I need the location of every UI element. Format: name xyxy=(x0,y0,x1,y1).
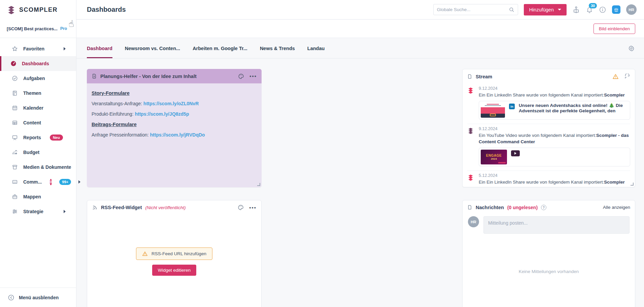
sidebar-item-reports[interactable]: Reports Neu xyxy=(0,130,76,145)
stream-item[interactable]: 9.12.2024 Ein Ein LinkedIn Share wurde v… xyxy=(467,84,630,124)
document-icon xyxy=(467,204,472,210)
sidebar-item-medien-dokumente[interactable]: Medien & Dokumente xyxy=(0,160,76,175)
message-compose-row: HR xyxy=(463,214,635,234)
tab-arbeiten-google[interactable]: Arbeiten m. Google Tr... xyxy=(193,38,247,58)
palette-icon[interactable] xyxy=(238,73,244,79)
show-all-link[interactable]: Alle anzeigen xyxy=(603,205,630,210)
search-input[interactable] xyxy=(437,7,509,12)
tab-newsroom[interactable]: Newsroom vs. Conten... xyxy=(125,38,180,58)
embed-thumbnail xyxy=(481,103,505,118)
stream-warning-icon[interactable] xyxy=(612,73,619,80)
edit-widget-button[interactable]: Widget editieren xyxy=(152,265,197,276)
widget-stream: Stream 9.12.2024 Ein Ein LinkedIn Share … xyxy=(462,69,635,187)
widget-resize-handle[interactable] xyxy=(257,183,260,186)
scompler-mark-icon xyxy=(467,174,474,181)
messages-empty-state: Keine Mitteilungen vorhanden xyxy=(463,269,635,274)
star-icon xyxy=(12,46,18,52)
check-circle-icon xyxy=(12,75,18,81)
planner-widget-header[interactable]: Planungs-Helfer - Von der Idee zum Inhal… xyxy=(87,69,262,83)
planner-section-heading: Story-Formulare xyxy=(92,90,257,96)
sidebar-item-favoriten[interactable]: Favoriten xyxy=(0,41,76,56)
planner-link-line: Anfrage Presseinformation: https://scom.… xyxy=(92,132,257,138)
palette-icon[interactable] xyxy=(238,204,244,210)
sidebar: SCOMPLER [SCOM] Best practices... Pro ☝ … xyxy=(0,0,76,307)
message-input[interactable] xyxy=(483,216,630,234)
tab-dashboard[interactable]: Dashboard xyxy=(87,38,112,58)
collapse-menu-button[interactable]: Menü ausblenden xyxy=(0,287,76,307)
chevron-right-icon xyxy=(78,180,80,184)
dashboard-tabs: Dashboard Newsroom vs. Conten... Arbeite… xyxy=(76,38,644,59)
search-icon[interactable] xyxy=(509,7,514,12)
refresh-icon[interactable] xyxy=(624,74,630,80)
stream-widget-header[interactable]: Stream xyxy=(463,69,635,84)
dashboard-toolbar: Bild einblenden xyxy=(76,20,644,38)
info-icon[interactable] xyxy=(599,6,606,13)
stream-item-channel: Scompler xyxy=(604,92,625,98)
rss-add-url-warning[interactable]: RSS-Feed URL hinzufügen xyxy=(136,247,212,260)
planner-link[interactable]: https://scom.ly/jRVDqDo xyxy=(150,132,205,138)
help-icon[interactable]: ? xyxy=(541,205,546,210)
messages-unread-count: (0 ungelesen) xyxy=(507,205,538,210)
user-avatar[interactable]: HR xyxy=(626,4,637,15)
sliders-icon xyxy=(12,208,18,215)
messages-widget-title: Nachrichten xyxy=(476,205,504,210)
user-avatar: HR xyxy=(468,216,479,227)
app-logo[interactable]: SCOMPLER xyxy=(0,0,76,20)
widget-messages: Nachrichten (0 ungelesen) ? Alle anzeige… xyxy=(462,200,635,307)
sidebar-item-aufgaben[interactable]: Aufgaben xyxy=(0,71,76,86)
stream-item-date: 9.12.2024 xyxy=(479,126,630,131)
sidebar-item-themen[interactable]: Themen xyxy=(0,86,76,101)
sidebar-item-budget[interactable]: Budget xyxy=(0,145,76,160)
community-unread-badge: 0 xyxy=(50,179,52,185)
table-icon xyxy=(12,120,18,126)
widget-menu-icon[interactable]: ••• xyxy=(249,74,257,79)
tab-landau[interactable]: Landau xyxy=(307,38,325,58)
rss-status: (Nicht veröffentlicht) xyxy=(145,205,186,210)
document-icon xyxy=(467,74,472,79)
document-icon xyxy=(92,73,97,79)
sidebar-item-mappen[interactable]: Mappen xyxy=(0,189,76,204)
sidebar-item-kalender[interactable]: Kalender xyxy=(0,101,76,115)
widget-menu-icon[interactable]: ••• xyxy=(249,205,257,210)
planner-link[interactable]: https://scom.ly/JQ8zd5p xyxy=(135,111,189,117)
sidebar-item-dashboards[interactable]: Dashboards xyxy=(0,56,76,71)
neu-badge: Neu xyxy=(50,135,63,141)
rss-widget-header[interactable]: RSS-Feed-Widget (Nicht veröffentlicht) •… xyxy=(87,200,261,215)
add-button[interactable]: Hinzufügen xyxy=(524,4,567,15)
sidebar-item-strategie[interactable]: Strategie xyxy=(0,204,76,219)
intercom-chat-icon[interactable] xyxy=(612,5,620,14)
show-image-button[interactable]: Bild einblenden xyxy=(594,24,635,34)
linkedin-icon: in xyxy=(509,104,515,109)
embed-text: Unsere neuen Adventshacks sind online! 🎄… xyxy=(519,103,628,115)
planner-link[interactable]: https://scom.ly/oZL0NvR xyxy=(143,101,199,106)
tab-news-trends[interactable]: News & Trends xyxy=(260,38,295,58)
sidebar-item-content[interactable]: Content xyxy=(0,115,76,130)
widget-resize-handle[interactable] xyxy=(631,183,634,186)
academy-icon[interactable] xyxy=(572,6,580,13)
briefcase-icon xyxy=(12,194,18,200)
stream-embed-linkedin[interactable]: in Unsere neuen Adventshacks sind online… xyxy=(479,101,630,120)
presentation-icon xyxy=(12,135,18,141)
widget-planner: Planungs-Helfer - Von der Idee zum Inhal… xyxy=(87,69,262,187)
gauge-icon xyxy=(10,61,16,67)
workspace-selector[interactable]: [SCOM] Best practices... Pro xyxy=(0,20,76,38)
scompler-mark-icon xyxy=(467,87,474,94)
sidebar-item-community[interactable]: Comm... 0 99+ xyxy=(0,175,76,189)
stream-item-date: 9.12.2024 xyxy=(479,86,630,91)
workspace-name: [SCOM] Best practices... xyxy=(7,26,58,31)
notifications-bell-icon[interactable]: 30 xyxy=(586,6,593,13)
community-count-badge: 99+ xyxy=(59,179,71,185)
people-icon xyxy=(12,179,18,185)
rss-icon xyxy=(92,205,98,210)
stream-item[interactable]: 5.12.2024 Ein Ein LinkedIn Share wurde v… xyxy=(467,170,630,187)
sidebar-nav: Favoriten Dashboards Aufgaben Themen xyxy=(0,41,76,219)
dashboard-settings-gear-icon[interactable] xyxy=(628,45,635,51)
planner-section-heading: Beitrags-Formulare xyxy=(92,122,257,127)
stream-item-text: Ein Ein LinkedIn Share wurde von folgend… xyxy=(479,92,630,99)
scompler-logo-icon xyxy=(7,5,16,14)
stream-item-text: Ein YouTube Video wurde von folgendem Ka… xyxy=(479,132,630,145)
messages-widget-header[interactable]: Nachrichten (0 ungelesen) ? Alle anzeige… xyxy=(463,200,635,214)
stream-item[interactable]: 9.12.2024 Ein YouTube Video wurde von fo… xyxy=(467,124,630,170)
archive-box-icon xyxy=(12,164,18,170)
stream-embed-youtube[interactable]: ENGAGE 2024 xyxy=(479,148,630,166)
